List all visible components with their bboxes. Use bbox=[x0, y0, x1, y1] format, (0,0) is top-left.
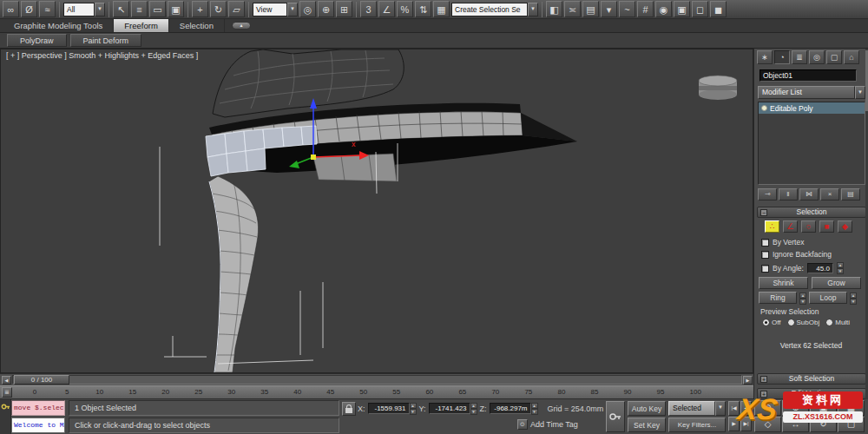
ribbon-minimize-toggle[interactable]: ▴ bbox=[232, 22, 251, 30]
radio-icon[interactable] bbox=[762, 319, 770, 326]
x-spinner[interactable]: ▲ ▼ bbox=[410, 403, 417, 414]
show-end-result-icon[interactable]: ‖ bbox=[779, 188, 798, 201]
material-editor-icon[interactable]: ◉ bbox=[655, 1, 672, 17]
preview-off-radio[interactable]: Off bbox=[762, 319, 781, 326]
pin-stack-icon[interactable]: ⊸ bbox=[758, 188, 777, 201]
display-tab-icon[interactable]: ▢ bbox=[826, 50, 842, 64]
spinner-up-icon[interactable]: ▲ bbox=[531, 403, 538, 409]
align-icon[interactable]: ≍ bbox=[564, 1, 581, 17]
set-key-mode-button[interactable] bbox=[606, 401, 625, 432]
spinner-down-icon[interactable]: ▼ bbox=[850, 299, 857, 305]
y-spinner[interactable]: ▲ ▼ bbox=[470, 403, 477, 414]
use-pivot-point-center-icon[interactable]: ◎ bbox=[299, 1, 316, 17]
select-and-rotate-icon[interactable]: ↻ bbox=[210, 1, 227, 17]
select-and-manipulate-icon[interactable]: ⊕ bbox=[318, 1, 334, 17]
loop-spinner[interactable]: ▲ ▼ bbox=[850, 293, 857, 304]
z-coordinate-field[interactable]: -968.297m ▲ ▼ bbox=[490, 403, 538, 414]
named-selection-set-dropdown[interactable]: Create Selection Se ▼ bbox=[451, 3, 538, 16]
curve-editor-icon[interactable]: ~ bbox=[619, 1, 635, 17]
select-and-link-icon[interactable]: ∞ bbox=[3, 1, 19, 17]
add-time-tag[interactable]: ⊙ Add Time Tag bbox=[517, 419, 578, 430]
ignore-backfacing-checkbox-row[interactable]: Ignore Backfacing bbox=[761, 250, 832, 259]
maxscript-macro-line[interactable]: move $.selecte bbox=[11, 400, 65, 416]
perspective-viewport[interactable]: x [ + ] Perspective ] Smooth + Highlight… bbox=[0, 49, 753, 373]
y-coordinate-field[interactable]: -1741.423 ▲ ▼ bbox=[429, 403, 477, 414]
checkbox-icon[interactable] bbox=[761, 239, 769, 247]
rollout-soft-selection[interactable]: + Soft Selection bbox=[757, 373, 866, 385]
angle-snap-icon[interactable]: ∠ bbox=[378, 1, 395, 17]
spinner-down-icon[interactable]: ▼ bbox=[799, 299, 806, 305]
viewport-label[interactable]: [ + ] Perspective ] Smooth + Highlights … bbox=[6, 51, 198, 60]
panel-polydraw[interactable]: PolyDraw bbox=[7, 34, 67, 47]
modify-tab-icon[interactable]: ◔ bbox=[774, 50, 790, 64]
select-by-name-icon[interactable]: ≡ bbox=[131, 1, 148, 17]
radio-icon[interactable] bbox=[825, 319, 833, 326]
utilities-tab-icon[interactable]: ⌂ bbox=[844, 50, 859, 64]
bind-to-spacewarp-icon[interactable]: ≈ bbox=[39, 1, 56, 17]
auto-key-button[interactable]: Auto Key bbox=[628, 401, 666, 416]
render-setup-icon[interactable]: ▣ bbox=[674, 1, 690, 17]
preview-multi-radio[interactable]: Multi bbox=[825, 319, 850, 326]
chevron-down-icon[interactable]: ▼ bbox=[95, 3, 105, 16]
x-coordinate-field[interactable]: -1559.931 ▲ ▼ bbox=[368, 403, 417, 414]
make-unique-icon[interactable]: ⋈ bbox=[799, 188, 819, 201]
schematic-view-icon[interactable]: # bbox=[637, 1, 654, 17]
expand-icon[interactable]: + bbox=[760, 376, 767, 383]
element-mode-icon[interactable]: ◆ bbox=[838, 220, 852, 233]
remove-modifier-icon[interactable]: × bbox=[820, 188, 839, 201]
motion-tab-icon[interactable]: ◎ bbox=[809, 50, 825, 64]
rectangular-selection-region-icon[interactable]: ▭ bbox=[149, 1, 166, 17]
mini-curve-editor-button[interactable]: ≣ bbox=[2, 387, 12, 398]
mirror-icon[interactable]: ◧ bbox=[546, 1, 562, 17]
configure-modifier-sets-icon[interactable]: ▤ bbox=[841, 188, 860, 201]
border-mode-icon[interactable]: ○ bbox=[801, 220, 816, 233]
checkbox-icon[interactable] bbox=[761, 251, 769, 259]
panel-paint-deform[interactable]: Paint Deform bbox=[70, 34, 142, 47]
reference-coordinate-dropdown[interactable]: View ▼ bbox=[253, 3, 298, 16]
rollout-selection[interactable]: − Selection bbox=[757, 207, 866, 218]
snap-toggle-3d-icon[interactable]: 3 bbox=[360, 1, 377, 17]
preview-subobj-radio[interactable]: SubObj bbox=[787, 319, 820, 326]
rendered-frame-window-icon[interactable]: ◻ bbox=[692, 1, 708, 17]
hierarchy-tab-icon[interactable]: ≣ bbox=[792, 50, 807, 64]
keyboard-shortcut-override-icon[interactable]: ⊞ bbox=[336, 1, 352, 17]
frame-ruler[interactable]: 0510152025303540455055606570758085909510… bbox=[31, 388, 701, 396]
chevron-down-icon[interactable]: ▼ bbox=[715, 401, 726, 416]
selection-lock-toggle[interactable] bbox=[342, 402, 356, 416]
set-key-button[interactable]: Set Key bbox=[628, 418, 666, 432]
modifier-list-dropdown[interactable]: Modifier List ▼ bbox=[758, 86, 865, 99]
chevron-down-icon[interactable]: ▼ bbox=[855, 86, 865, 99]
spinner-down-icon[interactable]: ▼ bbox=[837, 268, 844, 274]
spinner-up-icon[interactable]: ▲ bbox=[470, 403, 477, 409]
tab-graphite-modeling-tools[interactable]: Graphite Modeling Tools bbox=[3, 19, 114, 32]
frame-forward-button[interactable]: ▶ bbox=[743, 376, 753, 385]
angle-field[interactable]: 45.0 bbox=[807, 263, 833, 273]
object-name-field[interactable]: Object01 bbox=[760, 69, 857, 82]
y-value[interactable]: -1741.423 bbox=[429, 403, 470, 414]
tab-freeform[interactable]: Freeform bbox=[114, 19, 169, 32]
chevron-down-icon[interactable]: ▼ bbox=[287, 3, 298, 16]
z-spinner[interactable]: ▲ ▼ bbox=[531, 403, 538, 414]
window-crossing-icon[interactable]: ▣ bbox=[168, 1, 184, 17]
chevron-down-icon[interactable]: ▼ bbox=[528, 3, 538, 16]
select-object-icon[interactable]: ↖ bbox=[113, 1, 129, 17]
ring-button[interactable]: Ring bbox=[759, 292, 797, 304]
create-tab-icon[interactable]: ∗ bbox=[757, 50, 773, 64]
spinner-up-icon[interactable]: ▲ bbox=[410, 403, 417, 409]
shrink-button[interactable]: Shrink bbox=[759, 277, 808, 289]
select-and-scale-icon[interactable]: ▱ bbox=[228, 1, 245, 17]
by-vertex-checkbox-row[interactable]: By Vertex bbox=[761, 238, 804, 247]
x-value[interactable]: -1559.931 bbox=[368, 403, 410, 414]
track-bar[interactable]: ≣ 05101520253035404550556065707580859095… bbox=[0, 385, 753, 399]
ring-spinner[interactable]: ▲ ▼ bbox=[799, 293, 806, 304]
spinner-up-icon[interactable]: ▲ bbox=[837, 262, 844, 268]
by-angle-checkbox[interactable] bbox=[761, 265, 769, 273]
selected-filter-dropdown[interactable]: Selected ▼ bbox=[668, 401, 726, 416]
layer-manager-icon[interactable]: ▤ bbox=[582, 1, 599, 17]
key-filters-button[interactable]: Key Filters... bbox=[668, 418, 726, 432]
grow-button[interactable]: Grow bbox=[812, 277, 861, 289]
collapse-icon[interactable]: − bbox=[760, 209, 767, 216]
stack-item-editable-poly[interactable]: Editable Poly bbox=[759, 102, 865, 114]
spinner-up-icon[interactable]: ▲ bbox=[850, 293, 857, 299]
viewport-canvas[interactable]: x bbox=[1, 49, 753, 372]
